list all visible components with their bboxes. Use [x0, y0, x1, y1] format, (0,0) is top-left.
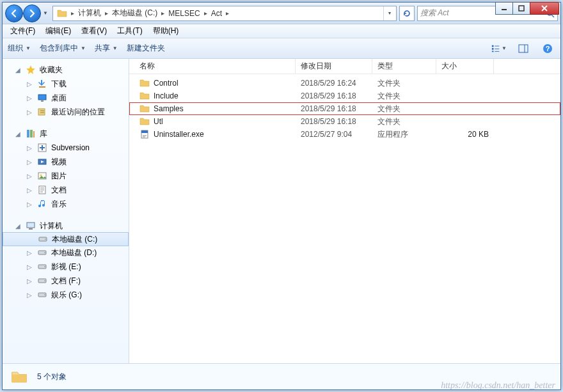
- file-row[interactable]: Utl 2018/5/29 16:18 文件夹: [129, 115, 560, 128]
- breadcrumb-arrow[interactable]: ▸: [104, 10, 109, 17]
- tree-item[interactable]: ▷本地磁盘 (D:): [3, 246, 129, 260]
- breadcrumb-item[interactable]: Act: [209, 8, 225, 19]
- address-dropdown[interactable]: ▾: [383, 6, 395, 20]
- breadcrumb-item[interactable]: 计算机: [75, 6, 104, 20]
- svg-point-32: [44, 252, 45, 253]
- share-button[interactable]: 共享▼: [95, 43, 118, 54]
- file-row[interactable]: Control 2018/5/29 16:24 文件夹: [129, 77, 560, 90]
- tree-item[interactable]: ▷最近访问的位置: [3, 105, 129, 119]
- col-type[interactable]: 类型: [372, 59, 436, 74]
- svg-rect-8: [492, 51, 494, 52]
- svg-rect-6: [492, 45, 494, 47]
- folder-icon: [57, 8, 67, 19]
- tree-item[interactable]: ▷音乐: [3, 197, 129, 211]
- folder-icon: [10, 368, 28, 386]
- include-in-library-button[interactable]: 包含到库中▼: [40, 43, 86, 54]
- tree-item[interactable]: ▷图片: [3, 169, 129, 183]
- tree-item[interactable]: ▷文档: [3, 183, 129, 197]
- breadcrumb-item[interactable]: 本地磁盘 (C:): [109, 6, 160, 20]
- svg-rect-40: [141, 130, 148, 133]
- maximize-button[interactable]: [512, 2, 530, 15]
- svg-rect-19: [27, 130, 29, 137]
- tree-item[interactable]: ▷桌面: [3, 91, 129, 105]
- menu-help[interactable]: 帮助(H): [148, 24, 184, 38]
- breadcrumb-arrow[interactable]: ▸: [225, 10, 230, 17]
- tree-item[interactable]: ▷Subversion: [3, 141, 129, 155]
- svg-rect-12: [519, 45, 528, 52]
- help-button[interactable]: ?: [540, 41, 555, 56]
- tree-item[interactable]: 本地磁盘 (C:): [3, 232, 129, 246]
- file-row[interactable]: Samples 2018/5/29 16:18 文件夹: [129, 102, 560, 115]
- organize-button[interactable]: 组织▼: [8, 43, 31, 54]
- tree-item[interactable]: ▷娱乐 (G:): [3, 288, 129, 302]
- svg-rect-7: [492, 48, 494, 50]
- svg-rect-27: [27, 223, 35, 228]
- main-area: ◢收藏夹▷下载▷桌面▷最近访问的位置◢库▷Subversion▷视频▷图片▷文档…: [3, 59, 560, 364]
- refresh-button[interactable]: [399, 6, 415, 21]
- toolbar: 组织▼ 包含到库中▼ 共享▼ 新建文件夹 ▼ ?: [3, 38, 560, 59]
- address-bar[interactable]: ▸ 计算机 ▸ 本地磁盘 (C:) ▸ MELSEC ▸ Act ▸ ▾: [52, 6, 397, 21]
- svg-rect-28: [29, 228, 33, 230]
- col-name[interactable]: 名称: [134, 59, 296, 74]
- breadcrumb-arrow[interactable]: ▸: [203, 10, 209, 17]
- svg-rect-21: [33, 131, 35, 137]
- menu-edit[interactable]: 编辑(E): [40, 24, 76, 38]
- svg-rect-17: [41, 100, 44, 102]
- file-row[interactable]: Include 2018/5/29 16:18 文件夹: [129, 90, 560, 102]
- forward-button[interactable]: [23, 4, 41, 22]
- svg-rect-1: [519, 6, 524, 11]
- tree-item[interactable]: ▷视频: [3, 155, 129, 169]
- svg-point-25: [40, 175, 42, 176]
- file-row[interactable]: Uninstaller.exe 2012/5/27 9:04 应用程序 20 K…: [129, 128, 560, 141]
- menu-file[interactable]: 文件(F): [5, 24, 40, 38]
- svg-line-5: [551, 15, 554, 17]
- svg-point-36: [44, 280, 45, 281]
- menu-tools[interactable]: 工具(T): [112, 24, 147, 38]
- column-headers: 名称 修改日期 类型 大小: [129, 59, 560, 74]
- preview-pane-button[interactable]: [516, 41, 531, 56]
- tree-item[interactable]: ▷下载: [3, 77, 129, 91]
- minimize-button[interactable]: [495, 2, 513, 15]
- file-pane: 名称 修改日期 类型 大小 Control 2018/5/29 16:24 文件…: [129, 59, 560, 363]
- col-size[interactable]: 大小: [436, 59, 494, 74]
- explorer-window: ▼ ▸ 计算机 ▸ 本地磁盘 (C:) ▸ MELSEC ▸ Act ▸ ▾ 搜…: [2, 2, 561, 390]
- breadcrumb-arrow[interactable]: ▸: [70, 10, 75, 17]
- tree-group-header[interactable]: ◢计算机: [3, 219, 129, 233]
- svg-rect-16: [38, 95, 46, 100]
- window-controls: [496, 2, 559, 15]
- close-button[interactable]: [530, 2, 559, 15]
- tree-item[interactable]: ▷文档 (F:): [3, 274, 129, 288]
- view-mode-button[interactable]: ▼: [491, 41, 507, 56]
- svg-text:?: ?: [546, 45, 550, 52]
- tree-item[interactable]: ▷影视 (E:): [3, 260, 129, 274]
- new-folder-button[interactable]: 新建文件夹: [127, 43, 165, 54]
- file-list: Control 2018/5/29 16:24 文件夹 Include 2018…: [129, 74, 560, 363]
- col-date[interactable]: 修改日期: [296, 59, 372, 74]
- search-placeholder: 搜索 Act: [420, 8, 449, 19]
- svg-point-34: [44, 266, 45, 267]
- svg-rect-20: [30, 130, 33, 137]
- tree-group-header[interactable]: ◢库: [3, 127, 129, 141]
- svg-rect-18: [38, 109, 45, 115]
- status-count: 5 个对象: [37, 372, 67, 382]
- breadcrumb-item[interactable]: MELSEC: [166, 8, 202, 19]
- navbar: ▼ ▸ 计算机 ▸ 本地磁盘 (C:) ▸ MELSEC ▸ Act ▸ ▾ 搜…: [3, 3, 560, 24]
- tree-group-header[interactable]: ◢收藏夹: [3, 63, 129, 77]
- svg-point-38: [44, 294, 45, 295]
- sidebar: ◢收藏夹▷下载▷桌面▷最近访问的位置◢库▷Subversion▷视频▷图片▷文档…: [3, 59, 129, 363]
- menu-view[interactable]: 查看(V): [76, 24, 112, 38]
- breadcrumb-arrow[interactable]: ▸: [160, 10, 166, 17]
- menubar: 文件(F) 编辑(E) 查看(V) 工具(T) 帮助(H): [3, 24, 560, 38]
- watermark: https://blog.csdn.net/han_better: [441, 380, 555, 391]
- back-button[interactable]: [5, 4, 23, 22]
- svg-point-30: [45, 239, 46, 240]
- nav-history-dropdown[interactable]: ▼: [41, 4, 50, 22]
- nav-buttons: ▼: [5, 4, 50, 22]
